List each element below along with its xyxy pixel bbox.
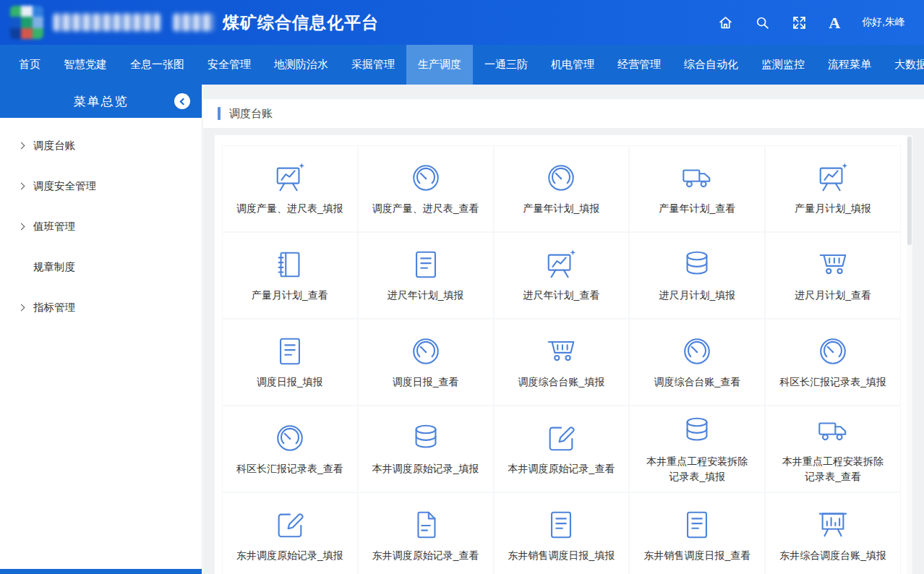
card-grid: 调度产量、进尺表_填报调度产量、进尺表_查看产量年计划_填报产量年计划_查看产量… xyxy=(215,135,912,574)
sidebar-item[interactable]: 值班管理 xyxy=(0,206,202,247)
presentation-chart-icon xyxy=(816,161,850,194)
app-card[interactable]: 科区长汇报记录表_查看 xyxy=(222,406,358,492)
scrollbar-thumb[interactable] xyxy=(907,137,912,245)
app-card[interactable]: 进尺年计划_填报 xyxy=(358,232,494,319)
app-card[interactable]: 调度日报_查看 xyxy=(358,319,494,406)
edit-icon xyxy=(273,508,307,541)
app-card[interactable]: 产量年计划_查看 xyxy=(629,145,765,232)
edit-icon xyxy=(544,421,578,455)
search-icon[interactable] xyxy=(755,15,770,30)
gauge-icon xyxy=(816,335,850,368)
sidebar-item[interactable]: 指标管理 xyxy=(0,287,202,327)
card-label: 调度日报_填报 xyxy=(257,374,323,390)
app-card[interactable]: 调度综合台账_填报 xyxy=(494,319,630,406)
app-card[interactable]: 产量月计划_填报 xyxy=(765,145,901,232)
card-label: 进尺月计划_填报 xyxy=(659,288,735,303)
document-list-icon xyxy=(273,335,307,368)
scrollbar[interactable] xyxy=(907,135,912,574)
sidebar-item-label: 调度台账 xyxy=(33,139,75,153)
sidebar-header: 菜单总览 xyxy=(0,85,202,118)
breadcrumb: 调度台账 xyxy=(203,99,924,128)
app-card[interactable]: 科区长汇报记录表_填报 xyxy=(765,319,901,406)
truck-icon xyxy=(680,161,714,194)
home-icon[interactable] xyxy=(718,15,733,30)
chevron-left-icon xyxy=(180,98,187,105)
logo xyxy=(10,6,43,39)
gauge-icon xyxy=(273,421,307,455)
app-card[interactable]: 本井调度原始记录_填报 xyxy=(358,406,494,492)
card-label: 调度综合台账_填报 xyxy=(518,374,605,390)
nav-item-1[interactable]: 智慧党建 xyxy=(52,45,119,85)
card-label: 调度日报_查看 xyxy=(393,374,459,390)
document-list-icon xyxy=(544,508,578,541)
app-card[interactable]: 本井调度原始记录_查看 xyxy=(494,406,630,492)
nav-item-11[interactable]: 监测监控 xyxy=(750,45,816,85)
app-card[interactable]: 东井调度原始记录_填报 xyxy=(222,492,358,574)
app-card[interactable]: 进尺月计划_查看 xyxy=(765,232,901,319)
nav-item-10[interactable]: 综合自动化 xyxy=(672,45,750,85)
user-greeting[interactable]: 你好,朱峰 xyxy=(862,16,905,29)
app-card[interactable]: 调度综合台账_查看 xyxy=(629,319,765,406)
gauge-icon xyxy=(409,335,442,368)
presentation-bars-icon xyxy=(816,508,850,541)
nav-item-9[interactable]: 经营管理 xyxy=(606,45,672,85)
content-panel: 调度产量、进尺表_填报调度产量、进尺表_查看产量年计划_填报产量年计划_查看产量… xyxy=(215,135,912,574)
nav-item-5[interactable]: 采掘管理 xyxy=(340,45,406,85)
card-label: 本井重点工程安装拆除记录表_查看 xyxy=(779,454,886,484)
app-card[interactable]: 本井重点工程安装拆除记录表_填报 xyxy=(629,406,765,492)
card-label: 东井销售调度日报_填报 xyxy=(508,548,615,563)
card-label: 进尺年计划_填报 xyxy=(388,288,464,303)
gauge-icon xyxy=(544,161,578,194)
sidebar-item[interactable]: 调度安全管理 xyxy=(0,166,202,206)
main-content: 调度台账 调度产量、进尺表_填报调度产量、进尺表_查看产量年计划_填报产量年计划… xyxy=(203,85,924,574)
app-card[interactable]: 进尺年计划_查看 xyxy=(494,232,630,319)
card-label: 产量年计划_查看 xyxy=(659,201,735,216)
nav-item-6[interactable]: 生产调度 xyxy=(406,45,473,85)
presentation-chart-icon xyxy=(544,248,578,281)
document-icon xyxy=(409,508,442,541)
card-label: 科区长汇报记录表_填报 xyxy=(779,374,886,390)
nav-item-7[interactable]: 一通三防 xyxy=(473,45,539,85)
app-card[interactable]: 产量月计划_查看 xyxy=(222,232,358,319)
sidebar-item-label: 调度安全管理 xyxy=(33,179,96,193)
book-icon xyxy=(273,248,307,281)
database-icon xyxy=(409,421,442,455)
nav-item-13[interactable]: 大数据分析 xyxy=(883,45,924,85)
app-card[interactable]: 东井调度原始记录_查看 xyxy=(358,492,494,574)
sidebar-item-label: 值班管理 xyxy=(33,220,75,234)
app-card[interactable]: 进尺月计划_填报 xyxy=(629,232,765,319)
chevron-right-icon xyxy=(18,182,25,189)
header-actions: A 你好,朱峰 xyxy=(718,15,905,30)
cart-icon xyxy=(816,248,850,281)
app-card[interactable]: 调度产量、进尺表_查看 xyxy=(358,145,494,232)
document-list-icon xyxy=(409,248,442,281)
sidebar-footer-bar xyxy=(0,569,202,574)
gauge-icon xyxy=(680,335,714,368)
document-list-icon xyxy=(680,508,714,541)
app-card[interactable]: 东井销售调度日报_填报 xyxy=(494,492,630,574)
sidebar-menu: 调度台账调度安全管理值班管理规章制度指标管理 xyxy=(0,118,202,327)
card-label: 进尺年计划_查看 xyxy=(523,288,600,303)
card-label: 调度综合台账_查看 xyxy=(654,374,740,390)
presentation-chart-icon xyxy=(273,161,307,194)
app-card[interactable]: 本井重点工程安装拆除记录表_查看 xyxy=(765,406,901,492)
app-card[interactable]: 产量年计划_填报 xyxy=(494,145,630,232)
app-card[interactable]: 调度日报_填报 xyxy=(222,319,358,406)
app-card[interactable]: 东井综合调度台账_填报 xyxy=(765,492,901,574)
nav-item-4[interactable]: 地测防治水 xyxy=(262,45,340,85)
gauge-icon xyxy=(409,161,442,194)
nav-item-2[interactable]: 全息一张图 xyxy=(119,45,196,85)
nav-item-8[interactable]: 机电管理 xyxy=(539,45,606,85)
app-card[interactable]: 调度产量、进尺表_填报 xyxy=(222,145,358,232)
font-size-icon[interactable]: A xyxy=(829,15,840,30)
nav-item-0[interactable]: 首页 xyxy=(7,45,52,85)
collapse-sidebar-button[interactable] xyxy=(174,93,190,109)
chevron-right-icon xyxy=(18,223,25,230)
fullscreen-icon[interactable] xyxy=(792,15,807,30)
sidebar-item[interactable]: 规章制度 xyxy=(0,247,202,287)
nav-item-3[interactable]: 安全管理 xyxy=(196,45,262,85)
app-card[interactable]: 东井销售调度日报_查看 xyxy=(629,492,765,574)
nav-item-12[interactable]: 流程菜单 xyxy=(816,45,883,85)
sidebar-item[interactable]: 调度台账 xyxy=(0,125,202,166)
database-icon xyxy=(680,248,714,281)
